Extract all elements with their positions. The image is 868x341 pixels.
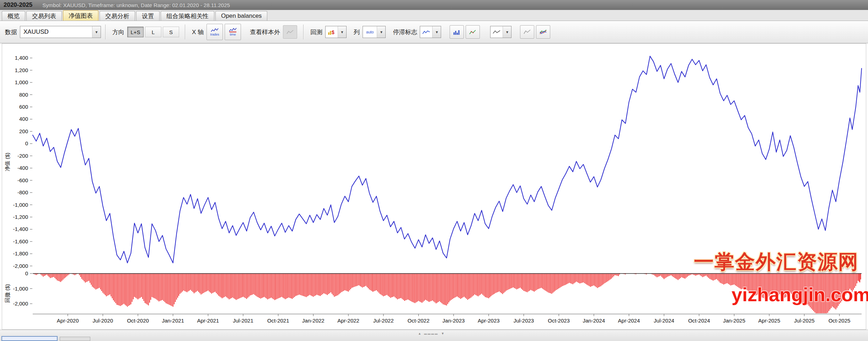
toolbar-separator [303, 25, 304, 39]
svg-text:-2,000: -2,000 [13, 301, 28, 307]
svg-text:-1,000: -1,000 [13, 202, 28, 208]
svg-text:Oct-2025: Oct-2025 [829, 318, 851, 324]
toolbar-separator [105, 25, 106, 39]
overlay-line-icon [493, 30, 500, 34]
svg-text:$: $ [332, 29, 334, 35]
svg-text:Apr-2020: Apr-2020 [57, 318, 79, 324]
svg-text:-1,200: -1,200 [13, 214, 28, 220]
time-caption: time [230, 33, 236, 36]
multi-line-icon [540, 29, 547, 35]
x-axis-labels: Apr-2020Jul-2020Oct-2020Jan-2021Apr-2021… [57, 314, 851, 324]
time-axis-icon [229, 28, 237, 32]
direction-long-short-button[interactable]: L+S [127, 27, 144, 37]
symbol-select[interactable]: XAUUSD ▼ [20, 26, 101, 38]
svg-text:0: 0 [25, 270, 28, 276]
svg-text:Oct-2023: Oct-2023 [548, 318, 570, 324]
svg-text:-2,000: -2,000 [13, 263, 28, 269]
columns-select-value: auto [365, 30, 375, 34]
tab-overview[interactable]: 概览 [2, 11, 25, 21]
symbol-select-value: XAUUSD [20, 28, 92, 36]
equity-y-axis: 1,4001,2001,0008006004002000-200-400-600… [13, 55, 32, 269]
svg-text:Jan-2024: Jan-2024 [583, 318, 605, 324]
marker-line-icon [469, 29, 476, 35]
direction-long-button[interactable]: L [145, 27, 161, 37]
chevron-down-icon: ▼ [92, 26, 101, 38]
tab-label: Open balances [221, 12, 262, 20]
bottom-strip: ▲ ▬▬▬▬ ▼ [0, 330, 868, 341]
tab-settings[interactable]: 设置 [136, 11, 160, 21]
svg-text:Jan-2022: Jan-2022 [302, 318, 325, 324]
drawdown-y-axis: 0-1,000-2,000 [13, 270, 32, 307]
svg-text:Jul-2022: Jul-2022 [373, 318, 394, 324]
svg-text:Jul-2021: Jul-2021 [233, 318, 253, 324]
collapse-up-icon[interactable]: ▲ [418, 332, 421, 335]
direction-label: 方向 [112, 28, 124, 36]
tab-open-balances[interactable]: Open balances [215, 11, 267, 21]
panel-splitter[interactable]: ▲ ▬▬▬▬ ▼ [418, 332, 444, 335]
report-title: 2020-2025 [4, 1, 32, 9]
svg-text:800: 800 [19, 92, 28, 98]
backtest-select[interactable]: $ ▼ [325, 26, 347, 38]
benchmark-line-button[interactable] [520, 25, 534, 39]
clipped-bottom-widget[interactable] [1, 336, 58, 341]
svg-text:-800: -800 [17, 189, 28, 195]
svg-text:Apr-2025: Apr-2025 [758, 318, 780, 324]
svg-text:Jan-2023: Jan-2023 [443, 318, 465, 324]
tab-trade-analysis[interactable]: 交易分析 [100, 11, 135, 21]
collapse-down-icon[interactable]: ▼ [441, 332, 444, 335]
svg-text:-400: -400 [17, 165, 28, 171]
xaxis-label: X 轴 [192, 28, 204, 36]
svg-text:1,000: 1,000 [15, 79, 28, 85]
stagnation-label: 停滞标志 [393, 28, 417, 36]
svg-text:Oct-2022: Oct-2022 [408, 318, 430, 324]
svg-text:Oct-2024: Oct-2024 [688, 318, 710, 324]
xaxis-time-button[interactable]: time [225, 24, 241, 40]
svg-text:-1,000: -1,000 [13, 286, 28, 292]
svg-text:Apr-2021: Apr-2021 [197, 318, 219, 324]
svg-text:Jan-2025: Jan-2025 [723, 318, 745, 324]
multi-series-button[interactable] [536, 25, 550, 39]
tab-portfolio-correlation[interactable]: 组合策略相关性 [161, 11, 214, 21]
oos-chart-icon [286, 29, 294, 34]
svg-text:200: 200 [19, 128, 28, 134]
chevron-down-icon: ▼ [338, 26, 346, 38]
columns-select[interactable]: auto ▼ [363, 26, 386, 38]
histogram-view-button[interactable] [450, 25, 464, 39]
stagnation-chart-icon [422, 30, 430, 34]
tab-label: 设置 [142, 12, 154, 20]
columns-label: 列 [354, 28, 360, 36]
direction-short-button[interactable]: S [163, 27, 179, 37]
tab-equity-chart[interactable]: 净值图表 [63, 10, 98, 21]
chevron-down-icon: ▼ [432, 26, 441, 38]
svg-text:-200: -200 [17, 153, 28, 159]
backtest-money-icon: $ [328, 29, 336, 35]
svg-text:-1,800: -1,800 [13, 250, 28, 256]
clipped-bottom-widget[interactable] [60, 337, 90, 341]
equity-axis-title: 净值 ($) [4, 153, 10, 172]
marker-line-view-button[interactable] [466, 25, 480, 39]
svg-text:Jul-2025: Jul-2025 [794, 318, 815, 324]
overlay-select[interactable]: ▼ [490, 26, 511, 38]
tab-label: 净值图表 [69, 12, 93, 20]
svg-text:Oct-2021: Oct-2021 [267, 318, 289, 324]
oos-label: 查看样本外 [250, 28, 280, 36]
xaxis-trades-button[interactable]: trades [207, 24, 223, 40]
svg-text:Apr-2023: Apr-2023 [478, 318, 500, 324]
tab-trade-list[interactable]: 交易列表 [26, 11, 62, 21]
tab-label: 组合策略相关性 [166, 12, 209, 20]
svg-text:-600: -600 [17, 177, 28, 183]
splitter-handle: ▬▬▬▬ [424, 332, 438, 335]
svg-text:-1,400: -1,400 [13, 226, 28, 232]
trades-caption: trades [210, 33, 219, 36]
tab-label: 概览 [7, 12, 20, 20]
gray-line-icon [524, 29, 531, 34]
stagnation-select[interactable]: ▼ [420, 26, 441, 38]
svg-text:1,400: 1,400 [15, 55, 28, 61]
oos-toggle-button[interactable] [283, 25, 297, 39]
svg-text:Apr-2024: Apr-2024 [618, 318, 640, 324]
tab-label: 交易列表 [32, 12, 56, 20]
svg-text:600: 600 [19, 104, 28, 110]
watermark-text: 一掌金外汇资源网 [694, 249, 859, 276]
svg-text:Apr-2022: Apr-2022 [337, 318, 359, 324]
chevron-down-icon: ▼ [503, 26, 511, 38]
